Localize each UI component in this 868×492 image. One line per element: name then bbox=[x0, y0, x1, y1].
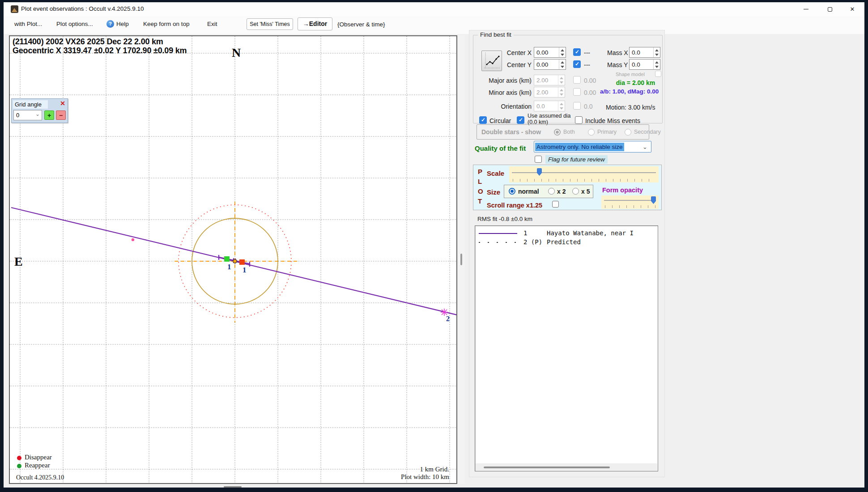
center-x-spinner[interactable]: 0.00 bbox=[534, 47, 566, 58]
size-normal-radio[interactable] bbox=[509, 188, 515, 195]
double-secondary-radio[interactable] bbox=[625, 129, 631, 136]
plot-graphics: N E 1 1 2 bbox=[10, 36, 456, 483]
observation-name: Predicted bbox=[547, 238, 581, 246]
double-both-radio[interactable] bbox=[554, 129, 561, 136]
spinner-arrows-icon[interactable] bbox=[559, 47, 566, 57]
menu-exit[interactable]: Exit bbox=[207, 21, 217, 27]
control-panel: Find best fit Center X 0.00 --- Mass X 0… bbox=[469, 30, 665, 477]
use-assumed-checkbox[interactable] bbox=[517, 116, 524, 124]
maximize-button[interactable] bbox=[820, 2, 840, 16]
menu-help[interactable]: Help bbox=[116, 21, 129, 27]
include-miss-label: Include Miss events bbox=[585, 117, 640, 124]
form-opacity-slider[interactable] bbox=[601, 195, 659, 209]
major-axis-spinner[interactable]: 2.00 bbox=[534, 75, 565, 85]
plot-letter-p: P bbox=[478, 168, 482, 175]
spinner-arrows-icon[interactable] bbox=[559, 59, 566, 69]
menu-keep-on-top[interactable]: Keep form on top bbox=[143, 21, 190, 27]
spinner-arrows-icon[interactable] bbox=[558, 75, 565, 85]
window-title: Plot event observations : Occult v.4.202… bbox=[21, 5, 144, 12]
orientation-value[interactable]: 0.0 bbox=[534, 101, 558, 111]
spinner-arrows-icon[interactable] bbox=[653, 59, 660, 69]
use-assumed-label: Use assumed dia (0.0 km) bbox=[528, 113, 573, 125]
set-miss-times-button[interactable]: Set 'Miss' Times bbox=[247, 18, 293, 30]
double-stars-group: Double stars - show Both Primary Seconda… bbox=[477, 124, 649, 140]
plot-horizontal-scrollbar[interactable] bbox=[9, 485, 457, 490]
include-miss-checkbox[interactable] bbox=[575, 116, 583, 124]
plot-title-line1: (211400) 2002 VX26 2025 Dec 22 2.00 km bbox=[13, 37, 163, 47]
horizontal-scroll-thumb[interactable] bbox=[224, 486, 242, 488]
scale-label: Scale bbox=[487, 170, 504, 177]
grid-angle-minus-button[interactable]: − bbox=[56, 110, 66, 120]
size-x2-radio[interactable] bbox=[548, 188, 555, 195]
mass-x-spinner[interactable]: 0.0 bbox=[629, 47, 660, 58]
observation-number: 1 bbox=[523, 229, 527, 237]
dia-label: dia = 2.00 km bbox=[608, 79, 664, 86]
mass-y-label: Mass Y bbox=[607, 61, 628, 68]
orientation-label: Orientation bbox=[481, 103, 532, 110]
list-horizontal-scrollbar[interactable] bbox=[476, 463, 657, 471]
app-window: Plot event observations : Occult v.4.202… bbox=[0, 0, 868, 492]
circular-checkbox[interactable] bbox=[479, 116, 487, 124]
list-scroll-thumb[interactable] bbox=[484, 467, 610, 468]
major-axis-label: Major axis (km) bbox=[481, 77, 532, 84]
plot-canvas[interactable]: N E 1 1 2 (211400) 2002 VX26 2025 Dec 22… bbox=[9, 35, 457, 484]
spinner-arrows-icon[interactable] bbox=[558, 87, 565, 97]
grid-angle-value: 0 bbox=[16, 112, 19, 119]
orientation-checkbox[interactable] bbox=[573, 102, 581, 110]
center-y-label: Center Y bbox=[490, 61, 532, 68]
major-axis-checkbox[interactable] bbox=[573, 76, 581, 84]
reappear-dot-icon bbox=[17, 464, 21, 468]
scale-slider[interactable] bbox=[509, 166, 659, 182]
flag-review-checkbox[interactable] bbox=[535, 156, 542, 163]
minor-axis-value[interactable]: 2.00 bbox=[534, 87, 558, 97]
center-y-dash: --- bbox=[584, 61, 590, 68]
spinner-arrows-icon[interactable] bbox=[558, 101, 565, 111]
center-x-checkbox[interactable] bbox=[573, 48, 581, 56]
double-primary-radio[interactable] bbox=[588, 129, 595, 136]
grid-angle-plus-button[interactable]: + bbox=[44, 110, 54, 120]
center-y-spinner[interactable]: 0.00 bbox=[534, 59, 566, 70]
menu-with-plot[interactable]: with Plot... bbox=[14, 21, 42, 27]
minimize-button[interactable] bbox=[796, 2, 816, 16]
app-icon bbox=[11, 5, 18, 13]
scale-slider-thumb[interactable] bbox=[537, 168, 542, 176]
editor-button[interactable]: →Editor bbox=[298, 17, 332, 30]
title-bar: Plot event observations : Occult v.4.202… bbox=[4, 2, 864, 16]
mass-y-spinner[interactable]: 0.0 bbox=[629, 59, 660, 70]
mass-x-value[interactable]: 0.0 bbox=[630, 47, 653, 57]
chord-disappear-label: 1 bbox=[243, 266, 247, 274]
orientation-spinner[interactable]: 0.0 bbox=[534, 101, 565, 111]
grid-angle-panel: Grid angle ✕ 0⌄ + − bbox=[11, 98, 68, 123]
size-label: Size bbox=[487, 188, 500, 196]
major-axis-alt: 0.00 bbox=[584, 77, 596, 84]
size-x5-radio[interactable] bbox=[572, 188, 579, 195]
size-radio-group: normal x 2 x 5 bbox=[504, 185, 593, 198]
plot-controls-panel: P L O T Scale Size normal x 2 x 5 Form o… bbox=[473, 165, 662, 210]
plot-letter-o: O bbox=[478, 187, 483, 195]
close-icon: ✕ bbox=[850, 6, 855, 13]
quality-combobox[interactable]: Astrometry only. No reliable size ⌄ bbox=[534, 141, 651, 153]
mass-y-value[interactable]: 0.0 bbox=[630, 59, 653, 69]
observations-list[interactable]: 1 Hayato Watanabe, near I 2 (P) Predicte… bbox=[475, 225, 658, 471]
vertical-scroll-thumb[interactable] bbox=[460, 254, 462, 265]
double-secondary-label: Secondary bbox=[634, 129, 661, 135]
miss-point bbox=[132, 238, 134, 241]
shape-model-checkbox[interactable] bbox=[655, 71, 661, 77]
center-x-value[interactable]: 0.00 bbox=[534, 47, 559, 57]
ab-dmag-label: a/b: 1.00, dMag: 0.00 bbox=[600, 88, 659, 95]
window-body: Plot event observations : Occult v.4.202… bbox=[4, 2, 864, 488]
size-normal-label: normal bbox=[518, 188, 539, 195]
grid-angle-select[interactable]: 0⌄ bbox=[13, 110, 42, 120]
minor-axis-checkbox[interactable] bbox=[573, 88, 581, 96]
grid-angle-close-icon[interactable]: ✕ bbox=[60, 100, 65, 107]
center-y-checkbox[interactable] bbox=[573, 60, 581, 68]
plot-vertical-scrollbar[interactable] bbox=[458, 35, 465, 484]
close-button[interactable]: ✕ bbox=[842, 2, 863, 16]
opacity-slider-thumb[interactable] bbox=[651, 196, 656, 204]
minor-axis-spinner[interactable]: 2.00 bbox=[534, 87, 565, 98]
scroll-range-checkbox[interactable] bbox=[552, 201, 559, 208]
spinner-arrows-icon[interactable] bbox=[653, 47, 660, 57]
major-axis-value[interactable]: 2.00 bbox=[534, 75, 558, 85]
menu-plot-options[interactable]: Plot options... bbox=[56, 21, 93, 27]
center-y-value[interactable]: 0.00 bbox=[534, 59, 559, 69]
